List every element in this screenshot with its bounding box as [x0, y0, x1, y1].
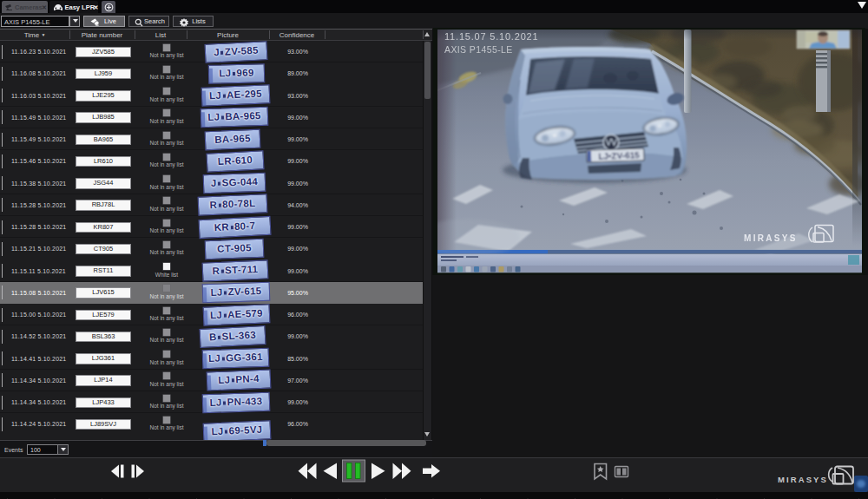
svg-text:AXIS P1455-LE: AXIS P1455-LE — [444, 44, 513, 55]
svg-text:11.15.07 5.10.2021: 11.15.07 5.10.2021 — [444, 31, 538, 42]
svg-text:MIRASYS: MIRASYS — [744, 233, 798, 243]
